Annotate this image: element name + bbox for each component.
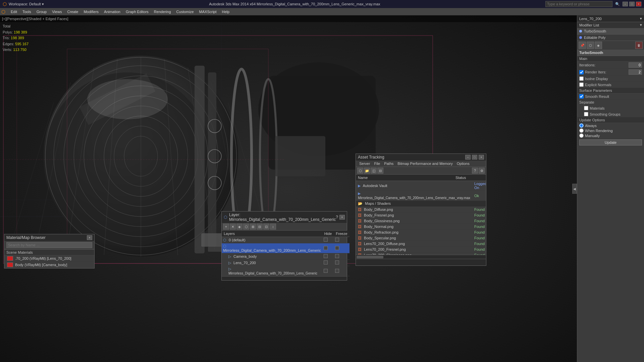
panel-collapse-arrow[interactable]: ◀	[572, 184, 577, 194]
at-menu-options[interactable]: Options	[455, 161, 472, 166]
mirrorless-freeze-lock[interactable]	[335, 246, 339, 250]
layer-scrollbar[interactable]	[222, 276, 347, 280]
camera-hide-check[interactable]	[324, 254, 328, 258]
at-minimize-btn[interactable]: −	[465, 155, 471, 160]
menu-rendering[interactable]: Rendering	[151, 9, 174, 14]
modifier-editable-poly[interactable]: Editable Poly	[577, 35, 644, 41]
at-row-body-specular[interactable]: 🖼 Body_Specular.png Found	[356, 235, 486, 241]
menu-customize[interactable]: Customize	[174, 9, 197, 14]
default-freeze-lock[interactable]	[335, 238, 339, 242]
lp-tool-7[interactable]: ⊡	[263, 224, 269, 230]
explicit-normals-checkbox[interactable]	[579, 82, 584, 87]
at-close-btn[interactable]: ×	[479, 155, 484, 160]
minimize-button[interactable]: −	[623, 2, 628, 6]
layer-row-camera-body[interactable]: ▷ Camera_body	[222, 253, 350, 260]
lens-hide-check[interactable]	[324, 260, 328, 264]
at-menu-file[interactable]: File	[372, 161, 382, 166]
default-hide-check[interactable]	[324, 238, 328, 242]
menu-modifiers[interactable]: Modifiers	[81, 9, 101, 14]
at-tool-3[interactable]: ◫	[371, 168, 377, 174]
lp-tool-delete[interactable]: ✕	[230, 224, 236, 230]
layer-row-lens[interactable]: ▷ Lens_70_200	[222, 260, 350, 266]
menu-graph-editors[interactable]: Graph Editors	[123, 9, 151, 14]
show-end-result-btn[interactable]: ⬡	[587, 42, 594, 49]
lp-close-btn[interactable]: ×	[339, 215, 345, 220]
manually-radio[interactable]	[579, 133, 584, 138]
at-menu-server[interactable]: Server	[357, 161, 372, 166]
always-radio[interactable]	[579, 123, 584, 128]
at-row-maps-folder[interactable]: 📂 Maps / Shaders	[356, 201, 486, 207]
layer-row-mirrorless-2[interactable]: ▷ Mirrorless_Digital_Camera_with_70_200m…	[222, 266, 350, 276]
at-row-lens-gloss[interactable]: 🖼 Lens70_200_Glossiness.png Found	[356, 252, 486, 255]
at-row-lens-fresnel[interactable]: 🖼 Lens70_200_Fresnel.png Found	[356, 247, 486, 252]
modifier-list-dropdown-icon[interactable]: ▾	[640, 23, 642, 27]
at-tool-2[interactable]: 📁	[364, 168, 370, 174]
at-row-body-fresnel[interactable]: 🖼 Body_Fresnel.png Found	[356, 213, 486, 218]
at-scrollbar-h[interactable]	[356, 255, 486, 259]
maximize-button[interactable]: □	[629, 2, 635, 6]
isolne-checkbox[interactable]	[579, 76, 584, 81]
mirrorless2-hide-check[interactable]	[324, 269, 328, 273]
smoothing-groups-checkbox[interactable]	[584, 112, 588, 116]
lp-help-btn[interactable]: ?	[336, 215, 338, 220]
materials-checkbox[interactable]	[584, 106, 588, 110]
lp-tool-4[interactable]: ⬡	[243, 224, 249, 230]
at-menu-bitmap[interactable]: Bitmap Performance and Memory	[395, 161, 454, 166]
menu-edit[interactable]: Edit	[8, 9, 20, 14]
at-row-maxfile[interactable]: ▶ Mirrorless_Digital_Camera_with_70_200m…	[356, 191, 486, 201]
at-tool-4[interactable]: ⊟	[377, 168, 383, 174]
viewport[interactable]: [+][Perspective][Shaded + Edged Faces] T…	[0, 15, 577, 362]
render-iters-input[interactable]	[629, 69, 642, 75]
layer-row-mirrorless[interactable]: ⬡ Mirrorless_Digital_Camera_with_70_200m…	[222, 243, 350, 253]
at-row-vault[interactable]: ▶ Autodesk Vault Logged On	[356, 181, 486, 191]
lp-tool-5[interactable]: ⊞	[250, 224, 256, 230]
layer-camera-body-icon: ▷	[228, 254, 231, 258]
menu-animation[interactable]: Animation	[101, 9, 123, 14]
at-table-body[interactable]: ▶ Autodesk Vault Logged On ▶ Mirrorless_…	[356, 181, 486, 255]
mirrorless-hide-check[interactable]	[324, 246, 328, 250]
menu-views[interactable]: Views	[49, 9, 64, 14]
camera-freeze-lock[interactable]	[335, 254, 339, 258]
lp-tool-6[interactable]: ⊟	[257, 224, 263, 230]
layer-cell-mirrorless-freeze	[334, 243, 349, 253]
lens-freeze-lock[interactable]	[335, 260, 339, 264]
smooth-result-checkbox[interactable]	[579, 94, 584, 99]
pin-btn[interactable]: 📌	[579, 42, 586, 49]
remove-modifier-btn[interactable]: 🗑	[635, 42, 643, 49]
mb-item-70-200[interactable]: .70_200 (VRayMtl) [Lens_70_200]	[4, 255, 94, 262]
at-menu-paths[interactable]: Paths	[382, 161, 395, 166]
menu-group[interactable]: Group	[34, 9, 50, 14]
lp-tool-8[interactable]: ↕	[270, 224, 276, 230]
at-scrollbar-thumb[interactable]	[357, 256, 383, 258]
at-tool-5[interactable]: ?	[472, 168, 478, 174]
mb-close-btn[interactable]: ×	[87, 235, 92, 240]
at-tool-6[interactable]: ⚙	[479, 168, 485, 174]
search-icon[interactable]: 🔍	[615, 2, 620, 6]
menu-tools[interactable]: Tools	[20, 9, 34, 14]
menu-help[interactable]: Help	[219, 9, 232, 14]
lp-tool-new[interactable]: +	[223, 224, 229, 230]
iterations-input[interactable]	[629, 62, 642, 68]
mirrorless2-freeze-lock[interactable]	[335, 269, 339, 273]
at-maximize-btn[interactable]: □	[472, 155, 477, 160]
menu-maxscript[interactable]: MAXScript	[197, 9, 219, 14]
menu-create[interactable]: Create	[64, 9, 81, 14]
close-button[interactable]: ×	[636, 2, 641, 6]
at-tool-1[interactable]: ⬡	[357, 168, 363, 174]
mb-item-body[interactable]: Body (VRayMtl) [Camera_body]	[4, 262, 94, 268]
at-row-body-normal[interactable]: 🖼 Body_Normal.png Found	[356, 224, 486, 230]
at-row-body-diffuse[interactable]: 🖼 Body_Diffuse.png Found	[356, 207, 486, 213]
when-rendering-radio[interactable]	[579, 128, 584, 133]
lp-tool-3[interactable]: ◈	[236, 224, 243, 230]
at-row-body-glossiness[interactable]: 🖼 Body_Glossiness.png Found	[356, 218, 486, 224]
at-row-body-refraction[interactable]: 🖼 Body_Refraction.png Found	[356, 230, 486, 235]
layer-row-default[interactable]: ⬡ 0 (default)	[222, 237, 350, 243]
mb-search-input[interactable]	[6, 242, 92, 248]
search-input[interactable]	[545, 1, 612, 7]
update-button[interactable]: Update	[579, 139, 642, 145]
make-unique-btn[interactable]: ◈	[595, 42, 602, 49]
render-iters-checkbox[interactable]	[579, 70, 584, 74]
object-name-dropdown-icon[interactable]: ▾	[640, 16, 642, 21]
at-row-lens-diffuse[interactable]: 🖼 Lens70_200_Diffuse.png Found	[356, 241, 486, 247]
modifier-turbosmooth[interactable]: TurboSmooth	[577, 28, 644, 35]
